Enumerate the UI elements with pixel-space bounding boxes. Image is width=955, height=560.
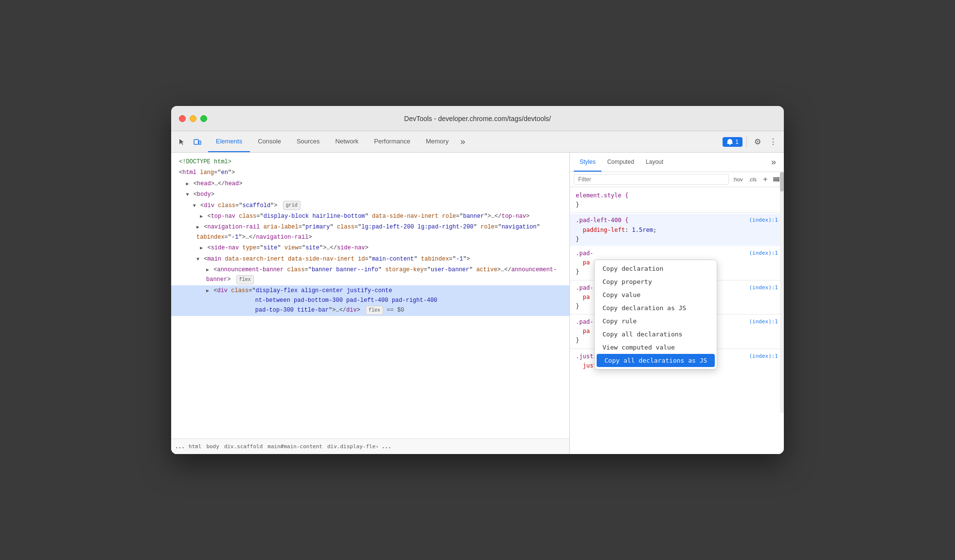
dom-line-topnav[interactable]: ▶ <top-nav class="display-block hairline…	[171, 211, 569, 222]
tab-memory[interactable]: Memory	[418, 131, 457, 152]
svg-rect-5	[778, 177, 779, 182]
rule-source-1[interactable]: (index):1	[749, 216, 778, 225]
dom-line-main[interactable]: ▼ <main data-search-inert data-side-nav-…	[171, 254, 569, 264]
ctx-copy-all-declarations[interactable]: Copy all declarations	[595, 328, 717, 341]
style-divider	[570, 212, 784, 213]
tab-styles[interactable]: Styles	[574, 153, 601, 172]
tab-layout[interactable]: Layout	[640, 153, 669, 172]
cls-toggle[interactable]: .cls	[747, 175, 759, 183]
dom-line-head[interactable]: ▶ <head>…</head>	[171, 178, 569, 189]
rule-source-4[interactable]: (index):1	[749, 317, 778, 326]
devtools-right-icons: 1 ⚙ ⋮	[723, 135, 780, 149]
styles-tabs: Styles Computed Layout »	[570, 153, 784, 172]
breadcrumb-main[interactable]: main#main-content	[265, 442, 324, 451]
ctx-copy-declaration-js[interactable]: Copy declaration as JS	[595, 301, 717, 315]
devtools-content: <!DOCTYPE html> <html lang="en"> ▶ <head…	[171, 153, 784, 454]
tab-more-button[interactable]: »	[457, 131, 469, 152]
breadcrumb-body[interactable]: body	[204, 442, 221, 451]
ctx-copy-property[interactable]: Copy property	[595, 275, 717, 288]
flex-badge-2[interactable]: flex	[366, 306, 383, 315]
add-style-rule[interactable]: +	[760, 175, 770, 184]
scrollbar-thumb[interactable]	[780, 172, 784, 192]
dom-line-sidenav[interactable]: ▶ <side-nav type="site" view="site">…</s…	[171, 243, 569, 253]
dom-line-scaffold[interactable]: ▼ <div class="scaffold"> grid	[171, 200, 569, 211]
ctx-copy-declaration[interactable]: Copy declaration	[595, 262, 717, 275]
grid-badge[interactable]: grid	[283, 201, 301, 210]
close-button[interactable]	[179, 115, 186, 122]
styles-content: element.style { } .pad-left-400 { (index…	[570, 187, 784, 454]
dom-line-html[interactable]: <html lang="en">	[171, 167, 569, 178]
dom-panel: <!DOCTYPE html> <html lang="en"> ▶ <head…	[171, 153, 570, 454]
dom-line-doctype[interactable]: <!DOCTYPE html>	[171, 157, 569, 167]
more-options-button[interactable]: ⋮	[766, 135, 780, 149]
breadcrumb-dots-left: ...	[175, 443, 185, 450]
breadcrumb-scaffold[interactable]: div.scaffold	[222, 442, 265, 451]
styles-filter-bar: :hov .cls +	[570, 172, 784, 187]
tab-list: Elements Console Sources Network Perform…	[208, 131, 723, 152]
tab-elements[interactable]: Elements	[208, 131, 250, 152]
tab-network[interactable]: Network	[328, 131, 367, 152]
rule-source-3[interactable]: (index):1	[749, 283, 778, 292]
styles-panel: Styles Computed Layout » :hov .cls +	[570, 153, 784, 454]
styles-scrollbar[interactable]	[780, 172, 784, 413]
devtools-tab-bar: Elements Console Sources Network Perform…	[171, 131, 784, 153]
context-menu: Copy declaration Copy property Copy valu…	[594, 260, 717, 369]
dom-line-banner[interactable]: ▶ <announcement-banner class="banner ban…	[171, 264, 569, 285]
ctx-view-computed[interactable]: View computed value	[595, 341, 717, 354]
traffic-lights	[179, 115, 207, 122]
tab-sources[interactable]: Sources	[289, 131, 328, 152]
flex-badge[interactable]: flex	[236, 275, 254, 284]
dom-line-navrail[interactable]: ▶ <navigation-rail aria-label="primary" …	[171, 222, 569, 243]
svg-rect-0	[194, 140, 198, 144]
separator	[746, 136, 747, 148]
tab-performance[interactable]: Performance	[366, 131, 418, 152]
notification-badge[interactable]: 1	[723, 137, 743, 147]
ctx-copy-value[interactable]: Copy value	[595, 288, 717, 301]
styles-tab-more[interactable]: »	[767, 153, 780, 172]
style-rule-element: element.style { }	[570, 189, 784, 211]
dom-line-body[interactable]: ▼ <body>	[171, 189, 569, 200]
layers-icon[interactable]	[772, 175, 780, 183]
style-rule-pad-left-400: .pad-left-400 { (index):1 padding-left: …	[570, 214, 784, 246]
rule-source-5[interactable]: (index):1	[749, 352, 778, 361]
hov-toggle[interactable]: :hov	[731, 175, 745, 183]
tab-console[interactable]: Console	[250, 131, 289, 152]
window-title: DevTools - developer.chrome.com/tags/dev…	[404, 115, 551, 122]
cursor-icon[interactable]	[175, 135, 189, 149]
settings-button[interactable]: ⚙	[751, 135, 764, 149]
rule-source-2[interactable]: (index):1	[749, 249, 778, 258]
ctx-copy-all-declarations-js[interactable]: Copy all declarations as JS	[597, 354, 715, 367]
minimize-button[interactable]	[190, 115, 196, 122]
tab-computed[interactable]: Computed	[601, 153, 640, 172]
breadcrumb-bar: ... html body div.scaffold main#main-con…	[171, 438, 569, 454]
breadcrumb-div[interactable]: div.display-fle›	[325, 442, 381, 451]
ctx-copy-rule[interactable]: Copy rule	[595, 315, 717, 328]
maximize-button[interactable]	[200, 115, 207, 122]
dom-line-div-selected[interactable]: ▶ <div class="display-flex align-center …	[171, 285, 569, 316]
title-bar: DevTools - developer.chrome.com/tags/dev…	[171, 106, 784, 131]
styles-filter-input[interactable]	[574, 174, 729, 185]
devtools-window: DevTools - developer.chrome.com/tags/dev…	[171, 106, 784, 454]
toolbar-icons	[175, 135, 204, 149]
dom-tree[interactable]: <!DOCTYPE html> <html lang="en"> ▶ <head…	[171, 153, 569, 438]
svg-rect-1	[199, 141, 201, 144]
breadcrumb-html[interactable]: html	[187, 442, 204, 451]
breadcrumb-dots-right: ...	[382, 443, 391, 450]
device-toggle-icon[interactable]	[191, 135, 204, 149]
